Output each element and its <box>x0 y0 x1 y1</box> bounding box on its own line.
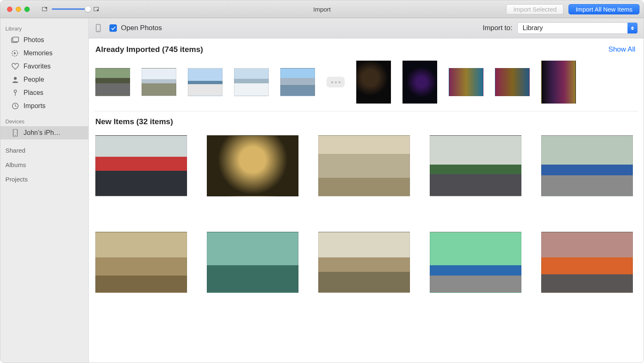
show-all-link[interactable]: Show All <box>608 45 635 54</box>
new-items-heading: New Items (32 items) <box>95 117 173 126</box>
new-item-thumb[interactable] <box>318 135 410 196</box>
zoom-window-button[interactable] <box>24 7 30 12</box>
photo-placeholder <box>188 68 223 96</box>
sidebar-item-places[interactable]: Places <box>0 86 88 99</box>
new-item-thumb[interactable] <box>207 135 298 196</box>
photo-placeholder <box>280 68 315 96</box>
photo-placeholder <box>95 68 130 96</box>
sidebar-item-shared[interactable]: Shared <box>0 143 88 157</box>
photo-placeholder <box>402 61 437 104</box>
new-item-thumb[interactable] <box>430 135 521 196</box>
photo-placeholder <box>430 135 521 196</box>
imported-thumb[interactable] <box>356 61 391 104</box>
thumbnail-small-icon[interactable] <box>41 7 47 12</box>
import-to-select[interactable]: Library <box>517 22 638 34</box>
new-item-thumb[interactable] <box>541 232 633 293</box>
already-imported-heading: Already Imported (745 items) <box>95 45 203 54</box>
phone-icon <box>11 129 19 137</box>
import-selected-button[interactable]: Import Selected <box>506 4 564 14</box>
photo-placeholder <box>541 135 633 196</box>
heart-icon <box>11 63 19 70</box>
photo-placeholder <box>207 232 298 293</box>
import-toolbar: Open Photos Import to: Library <box>89 18 644 38</box>
svg-rect-1 <box>13 37 19 42</box>
new-item-thumb[interactable] <box>95 135 187 196</box>
sidebar-item-label: Imports <box>24 102 45 110</box>
photo-placeholder <box>318 232 410 293</box>
photo-placeholder <box>430 232 521 293</box>
imported-thumb[interactable] <box>95 61 130 104</box>
thumbnail-size-slider[interactable] <box>52 8 89 10</box>
imported-thumb[interactable] <box>280 61 315 104</box>
sidebar-item-device-iphone[interactable]: John’s iPh… <box>0 126 88 139</box>
photo-placeholder <box>449 68 483 96</box>
photo-placeholder <box>234 68 269 96</box>
open-photos-checkbox[interactable]: Open Photos <box>109 24 162 32</box>
slider-thumb[interactable] <box>85 6 91 12</box>
photo-placeholder <box>541 61 576 104</box>
svg-point-11 <box>15 135 16 136</box>
svg-marker-3 <box>14 52 16 54</box>
sidebar-item-label: Places <box>24 89 43 97</box>
imported-thumb[interactable] <box>495 61 530 104</box>
main: Open Photos Import to: Library Already I… <box>89 18 644 363</box>
sidebar-item-photos[interactable]: Photos <box>0 33 88 47</box>
close-window-button[interactable] <box>7 7 12 12</box>
new-items-heading-row: New Items (32 items) <box>95 111 638 131</box>
photo-placeholder <box>495 68 530 96</box>
new-item-thumb[interactable] <box>207 232 298 293</box>
sidebar-item-albums[interactable]: Albums <box>0 157 88 172</box>
new-item-thumb[interactable] <box>95 232 187 293</box>
title-bar: Import Import Selected Import All New It… <box>0 0 644 18</box>
imported-thumb[interactable] <box>188 61 223 104</box>
minimize-window-button[interactable] <box>16 7 21 12</box>
memories-icon <box>11 50 19 57</box>
open-photos-label: Open Photos <box>121 24 162 32</box>
sidebar-item-memories[interactable]: Memories <box>0 47 88 60</box>
device-icon <box>95 24 102 33</box>
photos-icon <box>11 36 19 44</box>
import-all-button[interactable]: Import All New Items <box>568 4 639 14</box>
svg-point-5 <box>14 90 17 92</box>
pin-icon <box>11 89 19 97</box>
imported-thumb[interactable] <box>541 61 576 104</box>
more-items-button[interactable] <box>327 77 345 87</box>
sidebar-header-library: Library <box>0 23 88 33</box>
thumbnail-size-control <box>41 7 99 12</box>
sidebar-item-label: Memories <box>24 50 52 57</box>
content-area[interactable]: Already Imported (745 items) Show All <box>89 38 644 363</box>
svg-line-9 <box>15 106 17 107</box>
sidebar-item-imports[interactable]: Imports <box>0 99 88 113</box>
checkbox-checked-icon <box>109 24 117 32</box>
clock-icon <box>11 102 19 110</box>
select-arrows-icon <box>627 23 637 33</box>
already-imported-strip <box>95 59 638 111</box>
photo-placeholder <box>541 232 633 293</box>
new-items-grid <box>95 131 638 293</box>
photo-placeholder <box>318 135 410 196</box>
sidebar: Library Photos Memories Favorites <box>0 18 89 363</box>
already-imported-heading-row: Already Imported (745 items) Show All <box>95 44 638 59</box>
imported-thumb[interactable] <box>142 61 176 104</box>
person-icon <box>11 76 19 83</box>
sidebar-header-devices: Devices <box>0 116 88 126</box>
thumbnail-large-icon[interactable] <box>93 7 99 12</box>
new-item-thumb[interactable] <box>541 135 633 196</box>
imported-thumb[interactable] <box>449 61 483 104</box>
photo-placeholder <box>356 61 391 104</box>
svg-point-4 <box>14 77 17 80</box>
photo-placeholder <box>142 68 176 96</box>
new-item-thumb[interactable] <box>430 232 521 293</box>
imported-thumb[interactable] <box>234 61 269 104</box>
sidebar-item-favorites[interactable]: Favorites <box>0 60 88 73</box>
new-item-thumb[interactable] <box>318 232 410 293</box>
imported-thumb[interactable] <box>402 61 437 104</box>
sidebar-item-label: John’s iPh… <box>24 129 61 137</box>
window-controls <box>7 7 30 12</box>
photo-placeholder <box>95 135 187 196</box>
import-to-label: Import to: <box>483 24 512 32</box>
photo-placeholder <box>95 232 187 293</box>
sidebar-item-people[interactable]: People <box>0 73 88 86</box>
photo-placeholder <box>207 135 298 196</box>
sidebar-item-projects[interactable]: Projects <box>0 172 88 186</box>
